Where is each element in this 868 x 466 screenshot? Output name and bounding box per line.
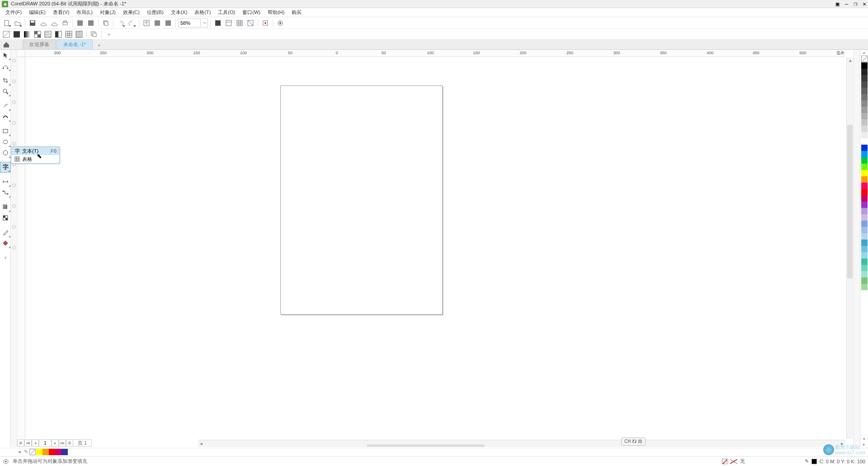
scrollbar-thumb[interactable] xyxy=(367,444,485,447)
color-swatch[interactable] xyxy=(861,227,868,233)
show-rulers-button[interactable] xyxy=(224,18,234,28)
menu-table[interactable]: 表格(T) xyxy=(191,8,214,17)
color-swatch[interactable] xyxy=(861,132,868,138)
color-swatch[interactable] xyxy=(861,107,868,113)
color-swatch[interactable] xyxy=(861,183,868,189)
docker-handle[interactable] xyxy=(12,204,16,208)
show-guides-button[interactable] xyxy=(245,18,255,28)
crop-tool[interactable] xyxy=(0,75,11,86)
palette-scroll-left[interactable]: ◂ xyxy=(16,449,23,455)
color-swatch[interactable] xyxy=(861,113,868,119)
fullscreen-button[interactable] xyxy=(213,18,223,28)
docker-handle[interactable] xyxy=(12,142,16,146)
open-button[interactable] xyxy=(13,18,23,28)
page-tab[interactable]: 页 1 xyxy=(73,439,92,447)
zoom-input[interactable]: 58% xyxy=(178,19,201,28)
shape-tool[interactable] xyxy=(0,61,11,71)
color-swatch[interactable] xyxy=(861,233,868,240)
show-grid-button[interactable] xyxy=(235,18,245,28)
flyout-table-tool[interactable]: 表格 xyxy=(11,155,59,163)
color-swatch[interactable] xyxy=(861,138,868,145)
page[interactable] xyxy=(280,85,443,315)
new-button[interactable] xyxy=(2,18,12,28)
color-swatch[interactable] xyxy=(861,195,868,202)
color-swatch[interactable] xyxy=(861,75,868,81)
horizontal-scrollbar[interactable]: ◂ ▸ xyxy=(198,440,845,447)
color-swatch[interactable] xyxy=(861,240,868,246)
page-add-before[interactable]: ⊕ xyxy=(17,439,24,447)
maximize-icon[interactable]: ❐ xyxy=(854,0,857,7)
interactive-fill-tool[interactable] xyxy=(0,238,11,249)
add-fill-icon[interactable]: + xyxy=(104,30,113,38)
gear-icon[interactable] xyxy=(3,458,9,465)
copy-button[interactable] xyxy=(101,18,111,28)
docker-handle[interactable] xyxy=(12,225,16,229)
menu-edit[interactable]: 编辑(E) xyxy=(25,8,49,17)
page-last[interactable]: ⏭ xyxy=(59,439,66,447)
minimize-icon[interactable]: — xyxy=(845,0,849,7)
color-swatch[interactable] xyxy=(861,189,868,195)
menu-view[interactable]: 查看(V) xyxy=(49,8,73,17)
color-swatch[interactable] xyxy=(861,170,868,176)
pick-tool[interactable] xyxy=(0,50,11,61)
no-fill-icon[interactable] xyxy=(2,30,11,38)
cloud-down-icon[interactable] xyxy=(49,18,59,28)
menu-help[interactable]: 帮助(H) xyxy=(264,8,288,17)
artistic-media-tool[interactable] xyxy=(0,111,11,122)
color-swatch[interactable] xyxy=(861,145,868,151)
docker-handle[interactable] xyxy=(12,184,16,187)
drop-shadow-tool[interactable] xyxy=(0,202,11,212)
menu-text[interactable]: 文本(X) xyxy=(167,8,191,17)
toolbox-customize[interactable]: + xyxy=(0,252,11,263)
ime-indicator[interactable]: CH 🗘 简 xyxy=(621,438,646,446)
no-color-swatch[interactable] xyxy=(861,56,868,62)
color-swatch[interactable] xyxy=(861,81,868,88)
docker-handle[interactable] xyxy=(12,100,16,104)
palette-eyedropper-icon[interactable]: ✎ xyxy=(23,449,29,455)
color-swatch[interactable] xyxy=(861,62,868,69)
eyedropper-tool[interactable] xyxy=(0,227,11,238)
connector-tool[interactable] xyxy=(0,187,11,198)
color-swatch[interactable] xyxy=(861,271,868,278)
tab-document[interactable]: 未命名 -1* xyxy=(57,39,93,49)
tab-add-button[interactable]: + xyxy=(95,41,103,49)
menu-object[interactable]: 对象(J) xyxy=(96,8,119,17)
color-swatch[interactable] xyxy=(861,176,868,183)
menu-tools[interactable]: 工具(O) xyxy=(214,8,239,17)
menu-file[interactable]: 文件(F) xyxy=(2,8,25,17)
color-swatch[interactable] xyxy=(861,157,868,164)
texture-fill-icon[interactable] xyxy=(43,30,52,38)
undo-button[interactable] xyxy=(116,18,126,28)
docker-handle[interactable] xyxy=(12,246,16,249)
snap-button[interactable] xyxy=(260,18,270,28)
color-swatch[interactable] xyxy=(861,246,868,252)
save-button[interactable] xyxy=(28,18,38,28)
mesh-fill-icon[interactable] xyxy=(64,30,73,38)
page-add-after[interactable]: ⊕ xyxy=(66,439,73,447)
outline-pen-icon[interactable]: ✎ xyxy=(805,458,809,464)
vertical-scrollbar[interactable]: ▴ xyxy=(846,57,854,439)
docker-handle[interactable] xyxy=(12,80,16,83)
color-swatch[interactable] xyxy=(861,214,868,221)
export-image-button[interactable] xyxy=(152,18,162,28)
fill-indicator-icon[interactable] xyxy=(722,459,727,464)
transparency-tool[interactable] xyxy=(0,212,11,223)
pattern-fill-icon[interactable] xyxy=(33,30,42,38)
color-swatch[interactable] xyxy=(49,449,55,455)
palette-scroll-down[interactable]: ▾ xyxy=(860,436,868,442)
palette-scroll-up[interactable]: ▴ xyxy=(860,50,868,55)
page-next[interactable]: ▸ xyxy=(52,439,59,447)
docker-handle[interactable] xyxy=(12,59,16,62)
color-swatch[interactable] xyxy=(861,278,868,284)
color-swatch[interactable] xyxy=(861,221,868,227)
color-swatch[interactable] xyxy=(861,126,868,132)
vertical-ruler[interactable] xyxy=(17,57,25,439)
color-swatch[interactable] xyxy=(861,94,868,100)
page-prev[interactable]: ◂ xyxy=(32,439,39,447)
color-swatch[interactable] xyxy=(36,449,42,455)
color-swatch[interactable] xyxy=(861,151,868,157)
menu-bitmap[interactable]: 位图(B) xyxy=(143,8,167,17)
color-swatch[interactable] xyxy=(861,265,868,271)
text-tool[interactable]: 字 xyxy=(0,162,11,173)
color-swatch[interactable] xyxy=(861,208,868,214)
